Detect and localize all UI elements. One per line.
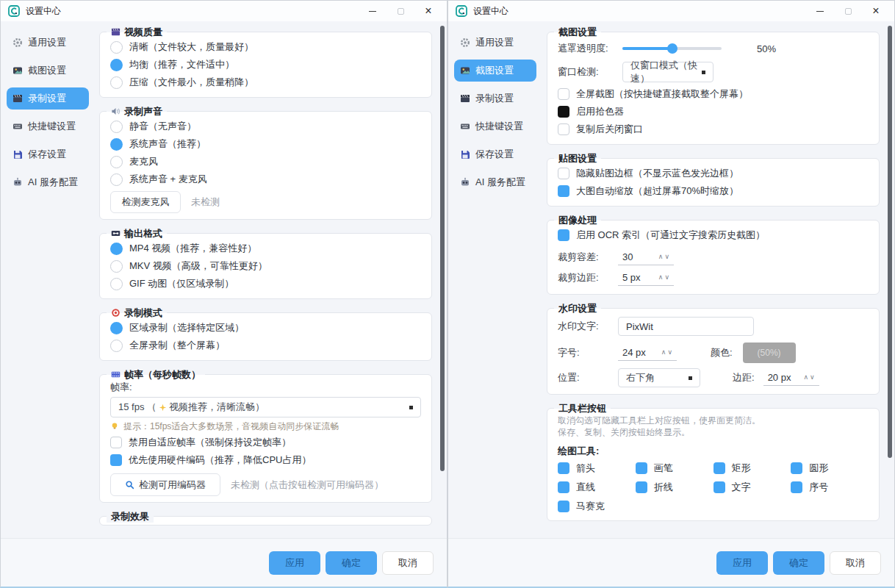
titlebar: 设置中心 ×: [1, 1, 447, 21]
checkbox-fullscreen-capture[interactable]: 全屏截图（按快捷键直接截取整个屏幕）: [558, 85, 869, 103]
watermark-margin-label: 边距:: [733, 371, 755, 384]
crop-tolerance-stepper[interactable]: 30∧∨: [618, 250, 674, 265]
robot-icon: [460, 177, 470, 187]
sidebar-item-general[interactable]: 通用设置: [7, 32, 89, 54]
sidebar-item-label: AI 服务配置: [28, 176, 78, 189]
scrollbar[interactable]: [888, 26, 892, 458]
radio-quality-balanced[interactable]: 均衡（推荐，文件适中）: [110, 56, 421, 74]
sidebar-item-general[interactable]: 通用设置: [454, 32, 536, 54]
watermark-color-button[interactable]: (50%): [743, 343, 796, 363]
sidebar-item-ai[interactable]: AI 服务配置: [454, 171, 536, 193]
checkbox-tool-circle[interactable]: 圆形: [791, 460, 869, 476]
sidebar-item-ai[interactable]: AI 服务配置: [7, 171, 89, 193]
sidebar-item-screenshot[interactable]: 截图设置: [454, 60, 536, 82]
close-button[interactable]: ×: [414, 2, 442, 20]
group-recording-effects: 录制效果: [99, 510, 432, 526]
sidebar-item-recording[interactable]: 录制设置: [7, 87, 89, 110]
font-size-label: 字号:: [558, 346, 618, 359]
minimize-button[interactable]: [806, 2, 834, 20]
checkbox-hardware-encoding[interactable]: 优先使用硬件编码（推荐，降低CPU占用）: [110, 451, 421, 469]
apply-button[interactable]: 应用: [716, 551, 768, 575]
radio-quality-compressed[interactable]: 压缩（文件最小，质量稍降）: [110, 74, 421, 91]
apply-button[interactable]: 应用: [269, 551, 320, 575]
sidebar-item-save[interactable]: 保存设置: [7, 143, 89, 165]
radio-quality-high[interactable]: 清晰（文件较大，质量最好）: [110, 38, 421, 56]
mask-opacity-slider[interactable]: [622, 47, 722, 50]
position-select[interactable]: 右下角: [618, 368, 700, 387]
radio-format-mkv[interactable]: MKV 视频（高级，可靠性更好）: [110, 257, 421, 275]
radio-audio-system-mic[interactable]: 系统声音 + 麦克风: [110, 171, 421, 188]
sidebar-item-label: 录制设置: [475, 92, 514, 105]
radio-format-gif[interactable]: GIF 动图（仅区域录制）: [110, 275, 421, 293]
maximize-button[interactable]: [834, 2, 862, 20]
group-capture-settings: 截图设置 遮罩透明度: 50% 窗口检测: 仅窗口模式（快速） 全屏截图（按快捷…: [547, 26, 880, 145]
fps-select[interactable]: 15 fps （ 视频推荐，清晰流畅）: [110, 397, 421, 417]
bulb-icon: [110, 422, 119, 431]
checkbox-tool-pen[interactable]: 画笔: [636, 460, 714, 476]
group-frame-rate: 帧率（每秒帧数） 帧率: 15 fps （ 视频推荐，清晰流畅） 提示：15fp…: [99, 368, 432, 503]
checkbox-tool-mosaic[interactable]: 马赛克: [558, 498, 636, 514]
sidebar-item-label: 截图设置: [28, 64, 66, 77]
cancel-button[interactable]: 取消: [830, 551, 881, 575]
checkbox-close-after-copy[interactable]: 复制后关闭窗口: [558, 121, 869, 138]
close-button[interactable]: ×: [862, 2, 890, 20]
radio-icon: [110, 156, 123, 168]
footer: 应用 确定 取消: [1, 538, 447, 587]
sidebar-item-screenshot[interactable]: 截图设置: [7, 60, 89, 82]
crop-margin-stepper[interactable]: 5 px∧∨: [618, 270, 674, 286]
sidebar-item-hotkeys[interactable]: 快捷键设置: [454, 115, 536, 137]
group-title: 帧率（每秒帧数）: [124, 368, 201, 381]
radio-mode-fullscreen[interactable]: 全屏录制（整个屏幕）: [110, 337, 421, 354]
checkbox-tool-line[interactable]: 直线: [558, 479, 636, 495]
checkbox-icon-checked: [558, 185, 569, 197]
checkbox-tool-text[interactable]: 文字: [714, 479, 791, 495]
checkbox-hide-pin-border[interactable]: 隐藏贴图边框（不显示蓝色发光边框）: [558, 165, 869, 182]
checkbox-tool-polyline[interactable]: 折线: [636, 479, 714, 495]
stepper-arrows-icon[interactable]: ∧∨: [658, 273, 671, 281]
minimize-button[interactable]: [359, 2, 387, 20]
group-title: 输出格式: [124, 227, 162, 240]
fps-hint: 提示：15fps适合大多数场景，音视频自动同步保证流畅: [110, 419, 421, 434]
cancel-button[interactable]: 取消: [382, 551, 434, 575]
radio-audio-mute[interactable]: 静音（无声音）: [110, 118, 421, 135]
radio-mode-region[interactable]: 区域录制（选择特定区域）: [110, 319, 421, 337]
mask-opacity-value: 50%: [757, 43, 776, 54]
radio-format-mp4[interactable]: MP4 视频（推荐，兼容性好）: [110, 240, 421, 257]
sidebar-item-hotkeys[interactable]: 快捷键设置: [7, 115, 89, 137]
font-size-stepper[interactable]: 24 px∧∨: [618, 345, 677, 361]
ok-button[interactable]: 确定: [773, 551, 824, 575]
sidebar-item-save[interactable]: 保存设置: [454, 143, 536, 165]
group-title: 图像处理: [558, 214, 597, 226]
crop-tolerance-label: 裁剪容差:: [558, 251, 618, 264]
detect-encoders-button[interactable]: 检测可用编码器: [110, 473, 220, 496]
radio-icon-selected: [110, 59, 123, 71]
ok-button[interactable]: 确定: [326, 551, 377, 575]
sidebar: 通用设置 截图设置 录制设置 快捷键设置 保存设置 AI 服务配置: [448, 21, 538, 538]
radio-audio-system[interactable]: 系统声音（推荐）: [110, 135, 421, 153]
checkbox-tool-arrow[interactable]: 箭头: [558, 460, 636, 476]
checkbox-ocr-index[interactable]: 启用 OCR 索引（可通过文字搜索历史截图）: [558, 226, 869, 244]
stepper-arrows-icon[interactable]: ∧∨: [661, 348, 674, 356]
slider-handle[interactable]: [667, 43, 677, 54]
checkbox-auto-scale-large[interactable]: 大图自动缩放（超过屏幕70%时缩放）: [558, 182, 869, 200]
radio-icon: [110, 260, 123, 273]
stepper-arrows-icon[interactable]: ∧∨: [658, 253, 671, 260]
radio-icon-selected: [110, 243, 123, 255]
checkbox-color-picker[interactable]: 启用拾色器: [558, 103, 869, 121]
window-detect-select[interactable]: 仅窗口模式（快速）: [622, 62, 714, 82]
radio-audio-mic[interactable]: 麦克风: [110, 153, 421, 171]
sidebar-item-recording[interactable]: 录制设置: [454, 87, 536, 110]
maximize-button[interactable]: [387, 2, 414, 20]
scrollbar[interactable]: [440, 26, 445, 471]
stepper-arrows-icon[interactable]: ∧∨: [803, 373, 816, 381]
group-toolbar-buttons: 工具栏按钮 取消勾选可隐藏工具栏上对应按钮，使界面更简洁。 保存、复制、关闭按钮…: [547, 402, 880, 521]
crop-margin-row: 裁剪边距: 5 px∧∨: [558, 268, 869, 288]
watermark-margin-stepper[interactable]: 20 px∧∨: [763, 370, 819, 386]
checkbox-tool-rectangle[interactable]: 矩形: [714, 460, 791, 476]
watermark-text-input[interactable]: [618, 317, 754, 336]
checkbox-disable-adaptive-fps[interactable]: 禁用自适应帧率（强制保持设定帧率）: [110, 434, 421, 451]
checkbox-tool-number[interactable]: 序号: [791, 479, 869, 495]
fps-label: 帧率:: [110, 381, 421, 395]
sidebar-item-label: AI 服务配置: [475, 176, 525, 189]
detect-mic-button[interactable]: 检测麦克风: [110, 191, 181, 213]
